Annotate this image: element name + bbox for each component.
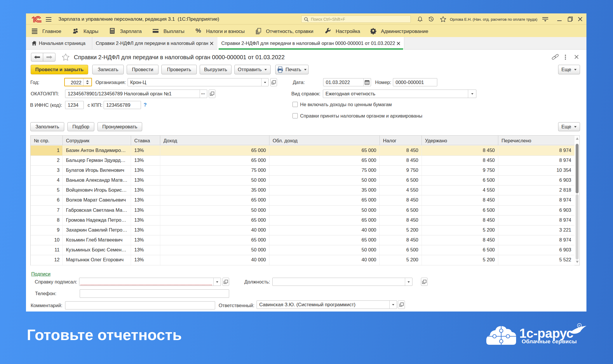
svg-text:R: R [579, 324, 581, 327]
svg-text:Облачные сервисы: Облачные сервисы [522, 338, 577, 344]
svg-text:%: % [196, 28, 201, 34]
